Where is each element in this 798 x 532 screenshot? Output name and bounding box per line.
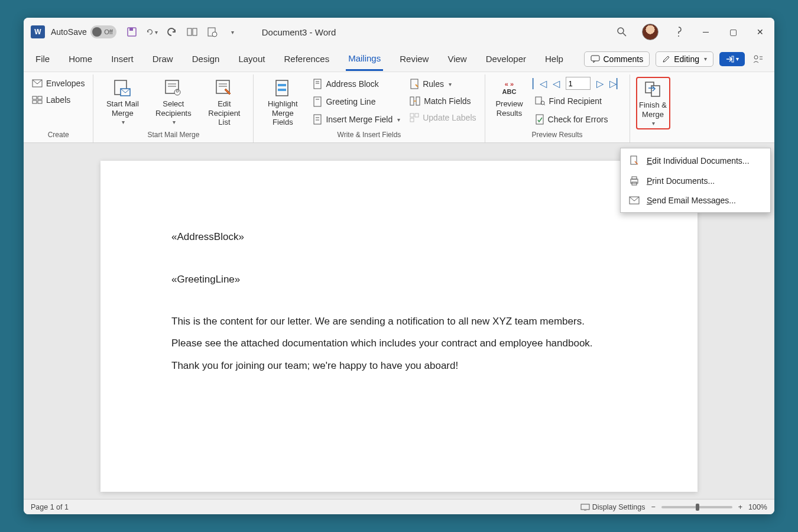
page-icon [313,114,322,125]
edit-list-icon [214,78,234,98]
svg-point-11 [754,56,758,59]
tab-draw[interactable]: Draw [150,48,176,70]
body-paragraph-1[interactable]: This is the content for our letter. We a… [171,310,627,332]
menu-print-documents[interactable]: PPrint Documents...rint Documents... [621,171,770,191]
tab-home[interactable]: Home [66,48,95,70]
tab-design[interactable]: Design [190,48,222,70]
insert-merge-field-button[interactable]: Insert Merge Field ▾ [310,112,403,126]
save-button[interactable] [126,26,138,38]
body-paragraph-2[interactable]: Please see the attached documentation wh… [171,332,627,354]
greeting-line-field[interactable]: «GreetingLine» [171,268,627,290]
titlebar: W AutoSave Off ▾ ▾ Document3 - Word ─ ▢ … [24,18,774,46]
address-block-button[interactable]: Address Block [310,77,403,91]
update-labels-button: Update Labels [407,111,478,124]
search-button[interactable] [615,25,629,39]
svg-rect-17 [33,100,37,103]
find-recipient-button[interactable]: Find Recipient [533,95,624,108]
collapse-ribbon-button[interactable] [751,52,765,66]
autosave-toggle[interactable]: AutoSave Off [51,25,116,38]
maximize-button[interactable]: ▢ [726,25,740,39]
minimize-button[interactable]: ─ [699,25,713,39]
status-bar: Page 1 of 1 Display Settings − + 100% [24,499,774,514]
svg-rect-15 [33,96,37,99]
display-settings-button[interactable]: Display Settings [580,503,645,511]
svg-rect-29 [276,80,288,96]
address-block-field[interactable]: «AddressBlock» [171,226,627,248]
tab-review[interactable]: Review [397,48,431,70]
tab-view[interactable]: View [445,48,469,70]
group-preview: « »ABC Preview Results ▏◁ ◁ ▷ ▷▏ Find Re… [485,74,630,142]
preview-results-button[interactable]: « »ABC Preview Results [491,77,528,119]
labels-button[interactable]: Labels [30,93,87,106]
help-button[interactable] [672,25,686,39]
zoom-out-button[interactable]: − [651,503,655,511]
record-number-input[interactable] [566,77,591,90]
share-button[interactable]: ▾ [719,52,745,66]
prev-record-button[interactable]: ◁ [553,78,560,89]
first-record-button[interactable]: ▏◁ [533,78,547,89]
svg-rect-32 [314,79,321,89]
highlight-merge-fields-button[interactable]: Highlight Merge Fields [259,77,306,128]
menu-edit-individual-docs[interactable]: EEdit Individual Documents...dit Individ… [621,151,770,171]
menu-send-email[interactable]: SSend Email Messages...end Email Message… [621,191,770,210]
share-icon [725,55,735,63]
autosave-label: AutoSave [51,27,87,37]
document-page[interactable]: «AddressBlock» «GreetingLine» This is th… [100,161,698,492]
group-preview-label: Preview Results [491,129,624,141]
tab-file[interactable]: File [33,48,52,70]
tab-mailings[interactable]: Mailings [346,47,383,71]
ribbon-tabs: File Home Insert Draw Design Layout Refe… [24,46,774,72]
zoom-level[interactable]: 100% [748,503,767,511]
page-indicator[interactable]: Page 1 of 1 [31,503,69,511]
undo-button[interactable]: ▾ [146,26,158,38]
qat-button-2[interactable] [206,26,218,38]
group-create: Envelopes Labels Create [24,74,93,142]
svg-rect-18 [38,100,42,103]
tab-references[interactable]: References [281,48,332,70]
user-avatar[interactable] [642,24,658,40]
editing-mode-button[interactable]: Editing ▾ [656,51,713,67]
doc-icon [629,155,640,166]
find-icon [535,96,546,106]
greeting-line-button[interactable]: Greeting Line [310,95,403,109]
qat-button-1[interactable] [186,26,198,38]
toggle-switch[interactable]: Off [90,25,116,38]
zoom-in-button[interactable]: + [738,503,742,511]
qat-customize[interactable]: ▾ [226,26,238,38]
labels-icon [32,96,43,104]
finish-merge-button[interactable]: Finish & Merge▾ [636,77,670,129]
preview-icon: « »ABC [499,78,520,98]
edit-recipient-list-button[interactable]: Edit Recipient List [201,77,247,128]
comments-button[interactable]: Comments [584,51,650,67]
match-fields-button[interactable]: Match Fields [407,95,478,108]
tab-insert[interactable]: Insert [109,48,136,70]
comments-label: Comments [604,54,644,64]
next-record-button[interactable]: ▷ [596,78,604,89]
close-button[interactable]: ✕ [753,25,767,39]
body-paragraph-3[interactable]: Thank you for joining our team; we're ha… [171,355,627,377]
zoom-thumb[interactable] [696,504,699,511]
tab-help[interactable]: Help [543,48,566,70]
last-record-button[interactable]: ▷▏ [609,78,624,89]
redo-button[interactable] [166,26,178,38]
rules-button[interactable]: Rules ▾ [407,77,478,91]
group-write-insert: Highlight Merge Fields Address Block Gre… [254,74,485,142]
zoom-slider[interactable] [661,506,732,508]
svg-rect-37 [314,115,321,124]
match-icon [410,96,420,106]
quick-access-toolbar: ▾ ▾ [126,26,238,38]
svg-rect-44 [415,113,419,117]
svg-rect-31 [278,89,286,91]
tab-layout[interactable]: Layout [236,48,267,70]
ribbon: Envelopes Labels Create Start Mail Merge… [24,72,774,143]
tab-developer[interactable]: Developer [484,48,528,70]
check-errors-button[interactable]: Check for Errors [533,112,624,126]
select-recipients-button[interactable]: Select Recipients▾ [150,77,196,127]
start-mail-merge-button[interactable]: Start Mail Merge▾ [99,77,145,127]
display-icon [580,504,590,511]
svg-rect-30 [278,84,286,86]
group-finish: Finish & Merge▾ [630,74,676,142]
svg-rect-16 [38,96,42,99]
envelopes-button[interactable]: Envelopes [30,77,87,90]
toggle-state: Off [104,28,112,35]
